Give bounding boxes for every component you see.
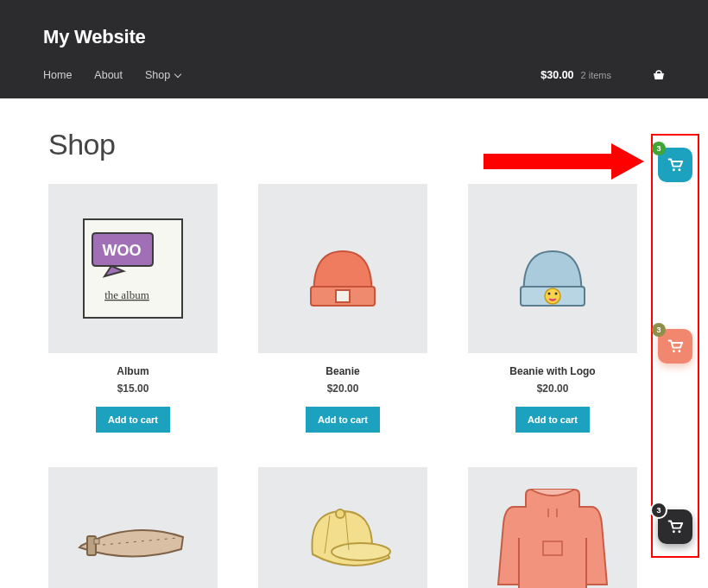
nav-home[interactable]: Home bbox=[43, 69, 72, 81]
cart-icon bbox=[667, 519, 684, 534]
product-card: WOO the album Album $15.00 Add to cart bbox=[48, 184, 218, 433]
cart-badge: 3 bbox=[650, 502, 667, 519]
product-title: Album bbox=[48, 365, 218, 377]
svg-point-19 bbox=[673, 168, 675, 171]
svg-rect-4 bbox=[336, 290, 350, 302]
main-nav: Home About Shop bbox=[43, 69, 180, 81]
svg-text:WOO: WOO bbox=[103, 242, 142, 259]
product-image[interactable] bbox=[468, 184, 637, 353]
product-image[interactable] bbox=[258, 184, 427, 353]
cart-badge: 3 bbox=[652, 142, 666, 155]
product-price: $20.00 bbox=[258, 383, 427, 395]
svg-point-22 bbox=[678, 350, 680, 352]
page-title: Shop bbox=[48, 128, 660, 161]
cart-icon bbox=[667, 157, 684, 173]
product-price: $15.00 bbox=[48, 383, 218, 395]
product-title: Beanie bbox=[258, 365, 427, 377]
svg-point-21 bbox=[673, 350, 675, 352]
cart-items-count: 2 items bbox=[581, 70, 611, 80]
product-card bbox=[258, 467, 427, 588]
svg-point-20 bbox=[678, 168, 680, 171]
svg-point-8 bbox=[555, 293, 558, 295]
floating-cart-button[interactable]: 3 bbox=[658, 329, 692, 364]
header-cart[interactable]: $30.00 2 items bbox=[540, 69, 665, 81]
chevron-down-icon bbox=[174, 70, 181, 77]
product-grid: WOO the album Album $15.00 Add to cart B… bbox=[48, 184, 660, 588]
svg-point-7 bbox=[548, 293, 551, 295]
product-price: $20.00 bbox=[468, 383, 637, 395]
nav-about[interactable]: About bbox=[94, 69, 123, 81]
basket-icon[interactable] bbox=[653, 70, 665, 80]
cart-icon bbox=[667, 338, 684, 354]
add-to-cart-button[interactable]: Add to cart bbox=[515, 407, 590, 433]
product-image[interactable] bbox=[48, 467, 218, 588]
svg-point-12 bbox=[332, 543, 390, 560]
product-image[interactable]: WOO the album bbox=[48, 184, 218, 353]
product-card bbox=[48, 467, 218, 588]
svg-rect-10 bbox=[94, 539, 99, 544]
nav-shop[interactable]: Shop bbox=[145, 69, 180, 81]
product-image[interactable] bbox=[258, 467, 427, 588]
add-to-cart-button[interactable]: Add to cart bbox=[306, 407, 380, 433]
floating-cart-button[interactable]: 3 bbox=[658, 148, 692, 182]
floating-cart-button[interactable]: 3 bbox=[658, 509, 692, 544]
product-title: Beanie with Logo bbox=[468, 365, 637, 377]
add-to-cart-button[interactable]: Add to cart bbox=[96, 407, 170, 433]
svg-point-23 bbox=[673, 530, 675, 533]
product-card: Beanie with Logo $20.00 Add to cart bbox=[468, 184, 637, 433]
product-card bbox=[468, 467, 637, 588]
site-header: My Website Home About Shop $30.00 2 item… bbox=[0, 0, 708, 98]
product-image[interactable] bbox=[468, 467, 637, 588]
svg-point-24 bbox=[678, 530, 680, 533]
cart-badge: 3 bbox=[652, 323, 666, 337]
svg-point-6 bbox=[545, 288, 560, 304]
annotation-box: 3 3 3 bbox=[651, 134, 699, 558]
cart-total: $30.00 bbox=[540, 69, 573, 81]
site-title[interactable]: My Website bbox=[43, 26, 665, 48]
nav-shop-label: Shop bbox=[145, 69, 170, 81]
svg-point-13 bbox=[336, 509, 345, 518]
svg-text:the  album: the album bbox=[104, 288, 149, 301]
product-card: Beanie $20.00 Add to cart bbox=[258, 184, 427, 433]
